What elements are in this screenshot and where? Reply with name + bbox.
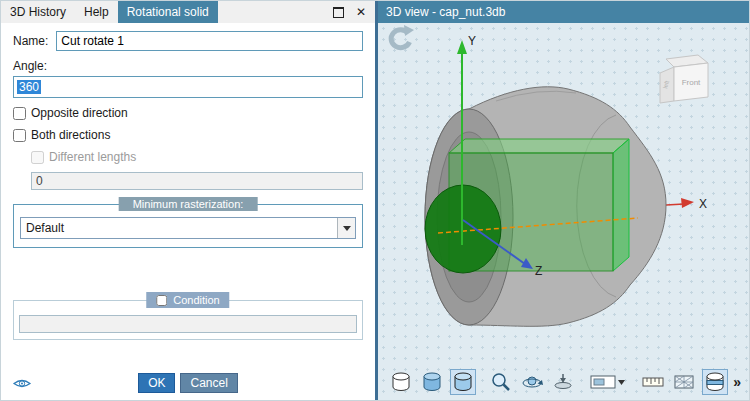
cancel-button[interactable]: Cancel xyxy=(180,373,237,393)
rasterization-value: Default xyxy=(21,218,337,238)
tab-rotational-solid[interactable]: Rotational solid xyxy=(118,1,218,23)
condition-group: Condition xyxy=(13,300,363,340)
viewport-toolbar: » xyxy=(388,369,741,395)
ok-button[interactable]: OK xyxy=(138,373,175,393)
rotational-solid-form: Name: Angle: 360 Opposite direction Both… xyxy=(1,23,375,400)
orbit-rotate-icon[interactable] xyxy=(519,369,545,395)
3d-view-titlebar[interactable]: 3D view - cap_nut.3db xyxy=(378,1,749,23)
both-directions-checkbox[interactable] xyxy=(13,129,26,142)
pan-view-icon[interactable] xyxy=(550,369,576,395)
chevron-down-icon xyxy=(343,226,351,235)
3d-scene[interactable]: X xyxy=(378,23,749,380)
svg-text:Z: Z xyxy=(535,264,542,278)
3d-viewport[interactable]: X xyxy=(378,23,749,400)
tab-3d-history[interactable]: 3D History xyxy=(1,1,75,23)
svg-text:Y: Y xyxy=(468,34,476,48)
condition-label: Condition xyxy=(173,294,219,306)
mesh-display-icon[interactable] xyxy=(671,369,697,395)
tab-help[interactable]: Help xyxy=(75,1,118,23)
opposite-direction-checkbox[interactable] xyxy=(13,107,26,120)
view-cube-front-label: Front xyxy=(682,78,701,87)
maximize-icon[interactable] xyxy=(333,7,344,18)
opposite-direction-row: Opposite direction xyxy=(13,106,363,120)
3d-view-window: 3D view - cap_nut.3db X xyxy=(378,1,749,400)
rasterization-combobox[interactable]: Default xyxy=(20,217,356,239)
minimum-rasterization-header: Minimum rasterization: xyxy=(119,197,258,211)
cut-preview-solid xyxy=(425,139,629,273)
different-lengths-checkbox xyxy=(31,151,44,164)
window-controls: ✕ xyxy=(324,1,375,23)
both-directions-row: Both directions xyxy=(13,128,363,142)
different-lengths-label: Different lengths xyxy=(49,150,136,164)
length-input xyxy=(31,172,363,190)
name-input[interactable] xyxy=(56,31,363,51)
panel-tabbar: 3D History Help Rotational solid ✕ xyxy=(1,1,375,23)
measure-ruler-icon[interactable] xyxy=(640,369,666,395)
dialog-footer: OK Cancel xyxy=(1,373,375,393)
opposite-direction-label: Opposite direction xyxy=(31,106,128,120)
section-display-icon[interactable] xyxy=(702,369,728,395)
toolbar-overflow-button[interactable]: » xyxy=(733,374,741,390)
close-icon[interactable]: ✕ xyxy=(356,6,366,18)
rotate-view-icon[interactable] xyxy=(391,25,414,48)
shaded-edges-display-icon[interactable] xyxy=(450,369,476,395)
minimum-rasterization-group: Minimum rasterization: Default xyxy=(13,204,363,248)
condition-header: Condition xyxy=(146,292,229,308)
view-preset-dropdown-icon[interactable] xyxy=(588,369,628,395)
view-cube[interactable]: Front left xyxy=(660,55,708,103)
condition-input xyxy=(19,315,357,333)
zoom-icon[interactable] xyxy=(488,369,514,395)
rasterization-dropdown-button[interactable] xyxy=(337,218,355,238)
different-lengths-row: Different lengths xyxy=(31,150,363,164)
both-directions-label: Both directions xyxy=(31,128,110,142)
application-window: 3D History Help Rotational solid ✕ Name:… xyxy=(0,0,750,401)
shaded-display-icon[interactable] xyxy=(419,369,445,395)
svg-text:X: X xyxy=(699,197,707,211)
angle-input[interactable]: 360 xyxy=(13,76,363,98)
preview-eye-icon[interactable] xyxy=(13,377,31,393)
name-label: Name: xyxy=(13,34,48,48)
angle-label: Angle: xyxy=(13,59,363,73)
angle-selected-text: 360 xyxy=(17,80,41,94)
condition-checkbox[interactable] xyxy=(156,295,167,306)
wireframe-display-icon[interactable] xyxy=(388,369,414,395)
rotational-solid-panel: 3D History Help Rotational solid ✕ Name:… xyxy=(1,1,378,400)
